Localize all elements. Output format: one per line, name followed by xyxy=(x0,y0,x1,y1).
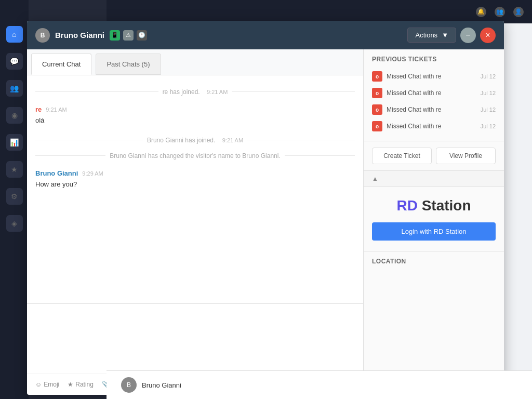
message-agent-time: 9:29 AM xyxy=(82,170,103,177)
minimize-icon: − xyxy=(466,31,470,40)
message-re-text: olá xyxy=(35,115,355,126)
message-re: re 9:21 AM olá xyxy=(35,105,355,126)
message-re-sender: re xyxy=(35,105,42,113)
ticket-label-4: Missed Chat with re xyxy=(387,123,476,130)
whatsapp-badge-icon: 📱 xyxy=(110,30,120,41)
ticket-dot-3: o xyxy=(372,104,382,115)
chat-strip-name: Bruno Gianni xyxy=(142,381,181,389)
ticket-date-3: Jul 12 xyxy=(481,107,496,113)
message-agent-text: How are you? xyxy=(35,179,355,190)
rating-icon: ★ xyxy=(68,381,73,388)
ticket-label-3: Missed Chat with re xyxy=(387,106,476,113)
alert-badge-icon: ⚠ xyxy=(123,30,134,41)
system-message-2: Bruno Gianni has joined. 9:21 AM xyxy=(35,132,355,148)
header-actions: Actions ▼ − × xyxy=(407,28,496,43)
avatar-initials: B xyxy=(41,32,45,39)
rd-station-section: RD Station Login with RD Station xyxy=(364,187,504,251)
message-re-header: re 9:21 AM xyxy=(35,105,355,113)
ticket-date-2: Jul 12 xyxy=(481,90,496,96)
users-icon[interactable]: 👥 xyxy=(495,7,505,17)
ticket-item-3[interactable]: o Missed Chat with re Jul 12 xyxy=(372,101,496,118)
chat-tabs: Current Chat Past Chats (5) xyxy=(27,49,363,75)
chat-strip-avatar: B xyxy=(121,377,137,393)
sidebar-icon-users[interactable]: 👥 xyxy=(6,80,23,97)
rd-login-button[interactable]: Login with RD Station xyxy=(372,222,496,241)
close-icon: × xyxy=(485,31,490,40)
header-badges: 📱 ⚠ 🕐 xyxy=(110,30,147,41)
ticket-label-2: Missed Chat with re xyxy=(387,89,476,97)
tab-past-chats[interactable]: Past Chats (5) xyxy=(96,54,161,75)
rd-station-text: Station xyxy=(418,197,471,214)
sidebar-icon-star[interactable]: ★ xyxy=(6,161,23,178)
modal-body: Current Chat Past Chats (5) re has joine… xyxy=(27,49,504,395)
sidebar-icon-home[interactable]: ⌂ xyxy=(6,26,23,43)
ticket-actions: Create Ticket View Profile xyxy=(364,141,504,171)
view-profile-button[interactable]: View Profile xyxy=(436,148,496,164)
collapse-arrow-icon: ▲ xyxy=(372,175,378,182)
tab-past-chats-label: Past Chats (5) xyxy=(107,60,150,68)
actions-label: Actions xyxy=(415,31,437,39)
actions-dropdown[interactable]: Actions ▼ xyxy=(407,28,456,43)
rating-button[interactable]: ★ Rating xyxy=(68,381,94,388)
chat-strip-item[interactable]: B Bruno Gianni xyxy=(115,373,188,397)
emoji-icon: ☺ xyxy=(35,381,42,388)
emoji-label: Emoji xyxy=(44,381,59,388)
topbar-icons: 🔔 👥 👤 xyxy=(476,7,524,17)
close-button[interactable]: × xyxy=(480,28,496,43)
avatar: B xyxy=(35,28,50,43)
ticket-date-1: Jul 12 xyxy=(481,73,496,79)
chat-modal: B Bruno Gianni 📱 ⚠ 🕐 Actions ▼ − × xyxy=(27,21,504,395)
chevron-down-icon: ▼ xyxy=(442,31,448,39)
bell-icon[interactable]: 🔔 xyxy=(476,7,486,17)
right-panel: Previous Tickets o Missed Chat with re J… xyxy=(364,49,504,395)
tab-current-chat[interactable]: Current Chat xyxy=(31,54,91,75)
ticket-date-4: Jul 12 xyxy=(481,123,496,129)
system-message-2-text: Bruno Gianni has joined. 9:21 AM xyxy=(143,137,247,144)
previous-tickets-section: Previous Tickets o Missed Chat with re J… xyxy=(364,49,504,141)
sidebar-icon-circle[interactable]: ◉ xyxy=(6,107,23,124)
message-agent: Bruno Gianni 9:29 AM How are you? xyxy=(35,169,355,190)
chat-panel: Current Chat Past Chats (5) re has joine… xyxy=(27,49,364,395)
sidebar-icon-plugin[interactable]: ◈ xyxy=(6,215,23,232)
messages-area: re has joined. 9:21 AM re 9:21 AM olá xyxy=(27,75,363,303)
message-agent-header: Bruno Gianni 9:29 AM xyxy=(35,169,355,177)
modal-username: Bruno Gianni xyxy=(55,31,104,39)
ticket-item-4[interactable]: o Missed Chat with re Jul 12 xyxy=(372,118,496,135)
location-section: Location xyxy=(364,251,504,276)
ticket-dot-4: o xyxy=(372,121,382,131)
create-ticket-label: Create Ticket xyxy=(383,152,420,159)
collapse-section: ▲ xyxy=(364,171,504,187)
ticket-dot-1: o xyxy=(372,71,382,82)
ticket-item-2[interactable]: o Missed Chat with re Jul 12 xyxy=(372,85,496,101)
bottom-chat-strip: B Bruno Gianni xyxy=(107,370,532,399)
rating-label: Rating xyxy=(75,381,94,388)
ticket-dot-2: o xyxy=(372,88,382,98)
create-ticket-button[interactable]: Create Ticket xyxy=(372,148,432,164)
emoji-button[interactable]: ☺ Emoji xyxy=(35,381,59,388)
collapse-header[interactable]: ▲ xyxy=(364,171,504,187)
message-re-time: 9:21 AM xyxy=(46,107,66,113)
tab-current-chat-label: Current Chat xyxy=(42,60,81,68)
rd-brand: RD xyxy=(396,197,417,214)
message-agent-sender: Bruno Gianni xyxy=(35,169,78,177)
rd-station-logo: RD Station xyxy=(396,197,471,214)
previous-tickets-title: Previous Tickets xyxy=(372,56,496,63)
minimize-button[interactable]: − xyxy=(460,28,476,43)
modal-header: B Bruno Gianni 📱 ⚠ 🕐 Actions ▼ − × xyxy=(27,21,504,49)
left-sidebar: ⌂ 💬 👥 ◉ 📊 ★ ⚙ ◈ xyxy=(0,0,29,399)
sidebar-icon-chat[interactable]: 💬 xyxy=(6,53,23,70)
system-message-3: Bruno Gianni has changed the visitor's n… xyxy=(35,148,355,163)
sidebar-icon-settings[interactable]: ⚙ xyxy=(6,188,23,205)
message-input[interactable] xyxy=(27,304,363,371)
view-profile-label: View Profile xyxy=(449,152,482,159)
rd-login-label: Login with RD Station xyxy=(401,228,466,235)
location-title: Location xyxy=(372,258,496,265)
ticket-label-1: Missed Chat with re xyxy=(387,73,476,80)
system-message-1: re has joined. 9:21 AM xyxy=(35,84,355,99)
clock-badge-icon: 🕐 xyxy=(137,30,147,41)
sidebar-icon-chart[interactable]: 📊 xyxy=(6,134,23,151)
system-message-3-text: Bruno Gianni has changed the visitor's n… xyxy=(105,152,284,159)
ticket-item-1[interactable]: o Missed Chat with re Jul 12 xyxy=(372,68,496,85)
system-message-1-text: re has joined. 9:21 AM xyxy=(158,88,232,96)
person-icon[interactable]: 👤 xyxy=(513,7,524,17)
